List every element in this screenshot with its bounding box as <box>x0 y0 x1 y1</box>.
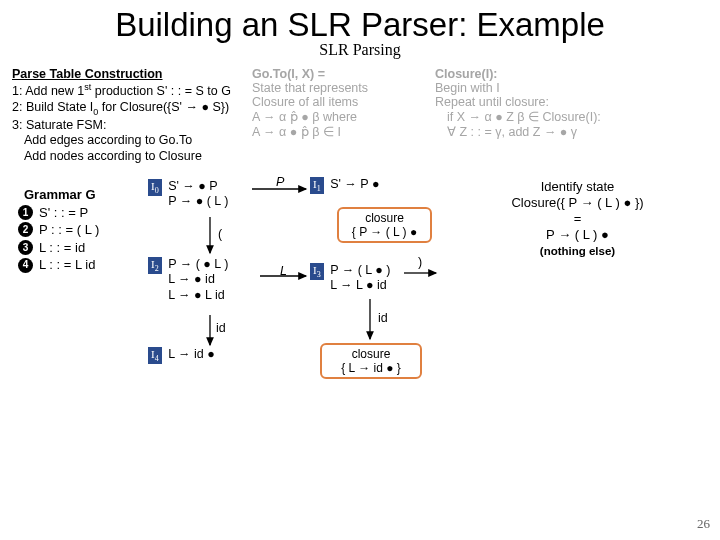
goto-title: Go.To(I, X) = <box>252 67 427 81</box>
cb2-body: { L → id ● } <box>328 361 414 375</box>
page-number: 26 <box>697 516 710 532</box>
grammar-rule-3: 3L : : = id <box>18 239 99 257</box>
grammar-rule-4: 4L : : = L id <box>18 256 99 274</box>
edge-L: L <box>280 264 287 278</box>
grammar-rule-2: 2P : : = ( L ) <box>18 221 99 239</box>
diagram-area: Grammar G 1S' : : = P 2P : : = ( L ) 3L … <box>0 171 720 471</box>
ptc-step3a: Add edges according to Go.To <box>12 133 244 149</box>
state-label-i0: I0 <box>148 179 162 196</box>
ri-l3: = <box>480 211 675 227</box>
edge-P: P <box>276 175 284 189</box>
rule-num-icon: 3 <box>18 240 33 255</box>
cb2-title: closure <box>328 347 414 361</box>
i2-item3: L → ● L id <box>168 288 228 304</box>
slide-subtitle: SLR Parsing <box>0 41 720 59</box>
closure-l1: Begin with I <box>435 81 708 95</box>
state-label-i1: I1 <box>310 177 324 194</box>
edge-open-paren: ( <box>218 227 222 241</box>
ptc-step3b: Add nodes according to Closure <box>12 149 244 165</box>
goto-l4: A → α ● p̂ β ∈ I <box>252 124 427 139</box>
slide-title: Building an SLR Parser: Example <box>0 0 720 43</box>
parse-table-construction: Parse Table Construction 1: Add new 1st … <box>12 67 244 165</box>
goto-l2: Closure of all items <box>252 95 427 109</box>
ptc-step3: 3: Saturate FSM: <box>12 118 244 134</box>
closure-l2: Repeat until closure: <box>435 95 708 109</box>
ri-l1: Identify state <box>480 179 675 195</box>
ri-l5: (nothing else) <box>480 244 675 258</box>
cb1-body: { P → ( L ) ● <box>345 225 424 239</box>
i3-item1: P → ( L ● ) <box>330 263 390 279</box>
i4-item1: L → id ● <box>168 347 215 363</box>
state-label-i4: I4 <box>148 347 162 364</box>
state-label-i2: I2 <box>148 257 162 274</box>
edge-close-paren: ) <box>418 255 422 269</box>
ptc-step1: 1: Add new 1st production S' : : = S to … <box>12 82 244 100</box>
state-i0: I0 S' → ● P P → ● ( L ) <box>148 179 229 210</box>
grammar-title: Grammar G <box>18 187 99 202</box>
closure-l4: ∀ Z : : = γ, add Z → ● γ <box>435 124 708 139</box>
top-row: Parse Table Construction 1: Add new 1st … <box>0 59 720 165</box>
ri-l2: Closure({ P → ( L ) ● }) <box>480 195 675 211</box>
goto-l3: A → α p̂ ● β where <box>252 109 427 124</box>
goto-l1: State that represents <box>252 81 427 95</box>
closure-box-2: closure { L → id ● } <box>320 343 422 380</box>
closure-box-1: closure { P → ( L ) ● <box>337 207 432 244</box>
closure-definition: Closure(I): Begin with I Repeat until cl… <box>435 67 708 165</box>
state-i3: I3 P → ( L ● ) L → L ● id <box>310 263 391 294</box>
cb1-title: closure <box>345 211 424 225</box>
rule-num-icon: 1 <box>18 205 33 220</box>
grammar-rule-1: 1S' : : = P <box>18 204 99 222</box>
edge-id-2: id <box>378 311 388 325</box>
rule-num-icon: 2 <box>18 222 33 237</box>
i0-item2: P → ● ( L ) <box>168 194 228 210</box>
grammar-block: Grammar G 1S' : : = P 2P : : = ( L ) 3L … <box>18 187 99 274</box>
state-i4: I4 L → id ● <box>148 347 215 364</box>
ptc-title: Parse Table Construction <box>12 67 244 83</box>
state-i1: I1 S' → P ● <box>310 177 379 194</box>
goto-definition: Go.To(I, X) = State that represents Clos… <box>252 67 427 165</box>
ptc-step2: 2: Build State I0 for Closure({S' → ● S}… <box>12 100 244 118</box>
closure-title: Closure(I): <box>435 67 708 81</box>
i2-item1: P → ( ● L ) <box>168 257 228 273</box>
ri-l4: P → ( L ) ● <box>480 227 675 243</box>
closure-l3: if X → α ● Z β ∈ Closure(I): <box>435 109 708 124</box>
i3-item2: L → L ● id <box>330 278 390 294</box>
rule-num-icon: 4 <box>18 258 33 273</box>
state-i2: I2 P → ( ● L ) L → ● id L → ● L id <box>148 257 229 304</box>
i1-item1: S' → P ● <box>330 177 379 193</box>
i0-item1: S' → ● P <box>168 179 228 195</box>
i2-item2: L → ● id <box>168 272 228 288</box>
state-label-i3: I3 <box>310 263 324 280</box>
edge-id-1: id <box>216 321 226 335</box>
identify-state-block: Identify state Closure({ P → ( L ) ● }) … <box>480 179 675 258</box>
